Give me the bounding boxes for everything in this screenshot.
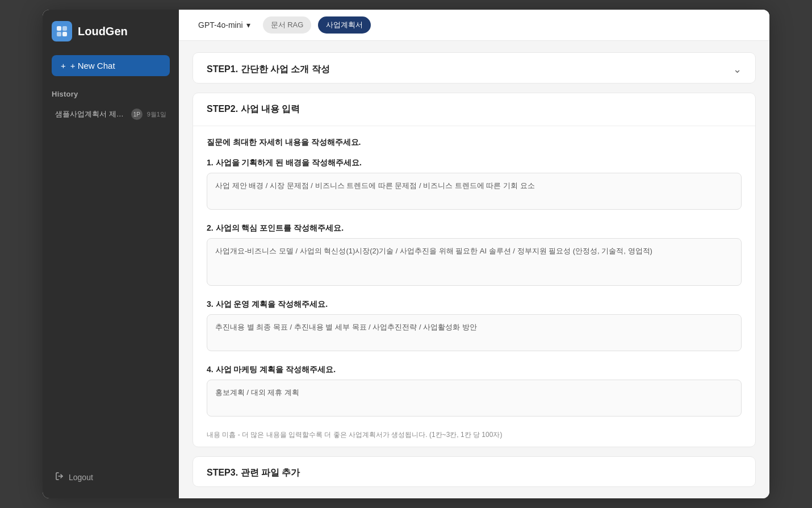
content-area: STEP1. 간단한 사업 소개 작성 ⌄ STEP2. 사업 내용 입력 질문… — [179, 41, 769, 498]
logo-icon — [52, 21, 72, 41]
new-chat-label: + New Chat — [70, 61, 115, 70]
history-badge: 1P — [131, 109, 143, 120]
question-2-block: 2. 사업의 핵심 포인트를 작성해주세요. 사업개요-비즈니스 모델 / 사업… — [207, 223, 742, 289]
step1-title: STEP1. 간단한 사업 소개 작성 — [207, 64, 330, 76]
svg-rect-3 — [62, 32, 67, 36]
step3-card: STEP3. 관련 파일 추가 — [192, 456, 756, 487]
question-1-label: 1. 사업을 기획하게 된 배경을 작성해주세요. — [207, 158, 742, 168]
step2-body: 질문에 최대한 자세히 내용을 작성해주세요. 1. 사업을 기획하게 된 배경… — [193, 126, 755, 447]
question-3-label: 3. 사업 운영 계획을 작성해주세요. — [207, 299, 742, 310]
step3-header[interactable]: STEP3. 관련 파일 추가 — [193, 457, 755, 487]
question-4-block: 4. 사업 마케팅 계획을 작성해주세요. 홍보계획 / 대외 제휴 계획 — [207, 365, 742, 419]
plus-icon: + — [61, 61, 66, 70]
tab-business-plan[interactable]: 사업계획서 — [318, 16, 371, 34]
chevron-down-icon: ▾ — [246, 20, 250, 30]
logo-area: LoudGen — [52, 21, 170, 41]
sidebar: LoudGen + + New Chat History 샘플사업계획서 제목이… — [43, 10, 179, 498]
svg-rect-2 — [57, 32, 61, 36]
question-2-label: 2. 사업의 핵심 포인트를 작성해주세요. — [207, 223, 742, 234]
step1-chevron-icon: ⌄ — [733, 63, 742, 76]
tab-doc-rag[interactable]: 문서 RAG — [263, 16, 312, 34]
history-date: 9월1일 — [147, 110, 166, 119]
note-text: 내용 미흡 - 더 많은 내용을 입력할수록 더 좋은 사업계획서가 생성됩니다… — [207, 430, 742, 440]
svg-rect-0 — [57, 26, 61, 31]
question-2-input[interactable]: 사업개요-비즈니스 모델 / 사업의 혁신성(1)시장(2)기술 / 사업추진을… — [207, 238, 742, 286]
step2-title: STEP2. 사업 내용 입력 — [207, 103, 300, 115]
step2-header[interactable]: STEP2. 사업 내용 입력 — [193, 93, 755, 126]
new-chat-button[interactable]: + + New Chat — [52, 55, 170, 76]
logout-label: Logout — [69, 473, 93, 482]
question-1-block: 1. 사업을 기획하게 된 배경을 작성해주세요. 사업 제안 배경 / 시장 … — [207, 158, 742, 212]
model-label: GPT-4o-mini — [198, 20, 243, 30]
question-4-label: 4. 사업 마케팅 계획을 작성해주세요. — [207, 365, 742, 375]
svg-rect-1 — [62, 26, 67, 31]
sidebar-footer: Logout — [52, 467, 170, 487]
history-item-text: 샘플사업계획서 제목이 나타... — [55, 109, 127, 119]
step3-title: STEP3. 관련 파일 추가 — [207, 467, 300, 479]
model-selector[interactable]: GPT-4o-mini ▾ — [192, 17, 256, 33]
step2-subtitle: 질문에 최대한 자세히 내용을 작성해주세요. — [207, 138, 742, 148]
step2-card: STEP2. 사업 내용 입력 질문에 최대한 자세히 내용을 작성해주세요. … — [192, 93, 756, 447]
app-name: LoudGen — [78, 25, 128, 38]
top-bar: GPT-4o-mini ▾ 문서 RAG 사업계획서 — [179, 10, 769, 41]
question-4-input[interactable]: 홍보계획 / 대외 제휴 계획 — [207, 380, 742, 417]
step1-card: STEP1. 간단한 사업 소개 작성 ⌄ — [192, 52, 756, 84]
question-1-input[interactable]: 사업 제안 배경 / 시장 문제점 / 비즈니스 트렌드에 따른 문제점 / 비… — [207, 173, 742, 210]
question-3-block: 3. 사업 운영 계획을 작성해주세요. 추진내용 별 최종 목표 / 추진내용… — [207, 299, 742, 353]
question-3-input[interactable]: 추진내용 별 최종 목표 / 추진내용 별 세부 목표 / 사업추진전략 / 사… — [207, 314, 742, 351]
history-item[interactable]: 샘플사업계획서 제목이 나타... 1P 9월1일 — [52, 104, 170, 124]
logout-icon — [55, 472, 64, 482]
history-label: History — [52, 90, 170, 98]
logout-button[interactable]: Logout — [52, 467, 97, 487]
step1-header[interactable]: STEP1. 간단한 사업 소개 작성 ⌄ — [193, 53, 755, 84]
main-content: GPT-4o-mini ▾ 문서 RAG 사업계획서 STEP1. 간단한 사업… — [179, 10, 769, 498]
